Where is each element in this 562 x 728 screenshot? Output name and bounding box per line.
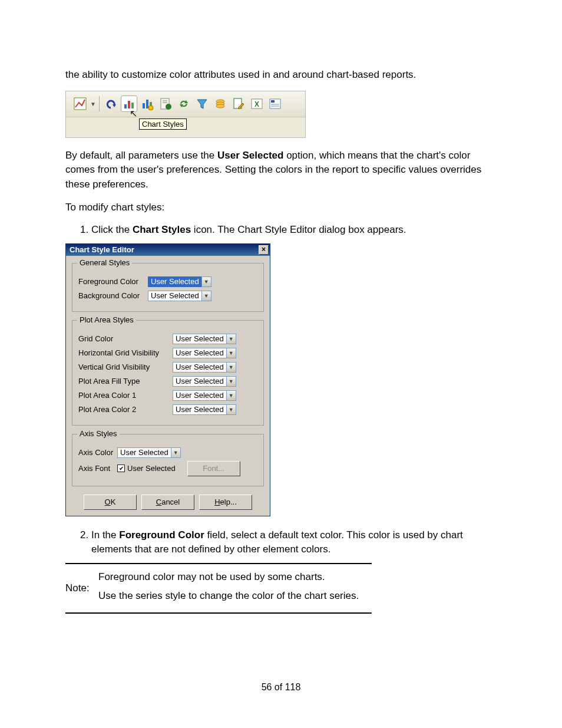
toolbar-screenshot: ▼ — [65, 91, 306, 138]
group-legend: General Styles — [77, 258, 132, 267]
step-2: In the Foreground Color field, select a … — [91, 528, 500, 557]
chevron-down-icon[interactable]: ▼ — [201, 291, 211, 301]
cancel-button[interactable]: Cancel — [141, 495, 194, 510]
svg-rect-6 — [146, 100, 148, 108]
label: Background Color — [78, 291, 148, 300]
vertical-grid-combo[interactable]: User Selected▼ — [173, 361, 236, 373]
combo-value: User Selected — [173, 348, 226, 358]
combo-value: User Selected — [148, 276, 201, 287]
label: Grid Color — [78, 334, 173, 343]
help-button[interactable]: Help... — [199, 495, 252, 510]
report-options-icon — [157, 95, 174, 112]
dialog-title: Chart Style Editor — [70, 245, 259, 254]
dialog-button-row: OK Cancel Help... — [72, 495, 264, 510]
close-icon[interactable]: × — [259, 245, 269, 255]
chevron-down-icon[interactable]: ▼ — [226, 376, 236, 387]
group-plot-area-styles: Plot Area Styles Grid Color User Selecte… — [72, 320, 264, 426]
group-axis-styles: Axis Styles Axis Color User Selected▼ Ax… — [72, 434, 264, 486]
dialog-titlebar: Chart Style Editor × — [66, 244, 270, 256]
text: icon. The Chart Style Editor dialog box … — [191, 224, 406, 235]
foreground-color-combo[interactable]: User Selected ▼ — [148, 276, 211, 288]
group-legend: Axis Styles — [77, 429, 120, 438]
ok-button[interactable]: OK — [84, 495, 137, 510]
note-block: Note: Foreground color may not be used b… — [65, 563, 372, 614]
text: Click the — [91, 224, 133, 235]
plot-color-1-combo[interactable]: User Selected▼ — [173, 390, 236, 401]
horizontal-grid-combo[interactable]: User Selected▼ — [173, 347, 236, 359]
label: Axis Font — [78, 464, 117, 473]
chevron-down-icon[interactable]: ▼ — [226, 404, 236, 415]
row-horizontal-grid: Horizontal Grid Visibility User Selected… — [78, 347, 257, 359]
svg-point-12 — [166, 104, 171, 110]
axis-font-checkbox[interactable]: ✔ — [117, 465, 125, 472]
undo-icon — [103, 95, 119, 112]
row-vertical-grid: Vertical Grid Visibility User Selected▼ — [78, 361, 257, 373]
plot-color-2-combo[interactable]: User Selected▼ — [173, 404, 236, 416]
chevron-down-icon[interactable]: ▼ — [226, 334, 236, 344]
label: Plot Area Color 1 — [78, 391, 173, 400]
combo-value: User Selected — [173, 390, 226, 401]
row-plot-color-1: Plot Area Color 1 User Selected▼ — [78, 390, 257, 401]
font-button[interactable]: Font... — [187, 461, 240, 476]
svg-point-18 — [216, 104, 224, 108]
text: By default, all parameters use the — [65, 150, 217, 161]
svg-rect-4 — [131, 103, 134, 108]
label: Plot Area Fill Type — [78, 377, 173, 386]
edit-page-icon — [230, 95, 247, 112]
label: Axis Color — [78, 448, 117, 457]
chart-style-editor-dialog: Chart Style Editor × General Styles Fore… — [65, 243, 270, 516]
svg-rect-3 — [128, 101, 130, 108]
text-bold: User Selected — [217, 150, 283, 161]
row-axis-color: Axis Color User Selected▼ — [78, 447, 257, 459]
note-line-1: Foreground color may not be used by some… — [98, 570, 359, 584]
text: In the — [91, 529, 119, 541]
note-label: Note: — [65, 569, 98, 608]
export-excel-icon: X — [249, 95, 265, 112]
paragraph-3: To modify chart styles: — [65, 200, 500, 215]
series-style-icon — [139, 95, 156, 112]
label: Plot Area Color 2 — [78, 405, 173, 414]
tooltip: Chart Styles — [139, 118, 187, 130]
row-plot-color-2: Plot Area Color 2 User Selected▼ — [78, 404, 257, 416]
axis-color-combo[interactable]: User Selected▼ — [117, 447, 181, 459]
grid-color-combo[interactable]: User Selected▼ — [173, 333, 236, 345]
svg-marker-1 — [113, 104, 116, 107]
step-1: Click the Chart Styles icon. The Chart S… — [91, 223, 500, 238]
chart-type-icon — [72, 95, 88, 112]
row-plot-fill-type: Plot Area Fill Type User Selected▼ — [78, 375, 257, 387]
text-bold: Foreground Color — [119, 529, 204, 541]
svg-rect-2 — [124, 104, 127, 108]
combo-value: User Selected — [173, 376, 226, 387]
combo-value: User Selected — [173, 334, 226, 344]
svg-marker-15 — [197, 100, 207, 108]
view-list-icon — [267, 95, 283, 112]
chevron-down-icon[interactable]: ▼ — [226, 390, 236, 401]
chevron-down-icon[interactable]: ▼ — [226, 348, 236, 358]
combo-value: User Selected — [117, 447, 171, 458]
label: Vertical Grid Visibility — [78, 363, 173, 371]
refresh-icon — [176, 95, 192, 112]
chart-type-dropdown-icon: ▼ — [90, 96, 96, 111]
coin-stack-icon — [212, 95, 229, 112]
note-line-2: Use the series style to change the color… — [98, 589, 359, 603]
row-grid-color: Grid Color User Selected▼ — [78, 333, 257, 345]
intro-paragraph: the ability to customize color attribute… — [65, 68, 500, 83]
chevron-down-icon[interactable]: ▼ — [226, 362, 236, 373]
row-background-color: Background Color User Selected ▼ — [78, 290, 257, 302]
svg-point-8 — [148, 106, 153, 110]
separator — [99, 96, 100, 111]
page-footer: 56 of 118 — [0, 682, 562, 693]
svg-text:X: X — [254, 100, 259, 108]
combo-value: User Selected — [173, 404, 226, 415]
combo-value: User Selected — [148, 291, 201, 301]
label: Horizontal Grid Visibility — [78, 348, 173, 357]
chevron-down-icon[interactable]: ▼ — [171, 447, 181, 458]
chevron-down-icon[interactable]: ▼ — [201, 276, 211, 287]
chart-styles-icon — [121, 95, 137, 112]
paragraph-2: By default, all parameters use the User … — [65, 149, 500, 192]
filter-icon — [194, 95, 210, 112]
plot-fill-type-combo[interactable]: User Selected▼ — [173, 375, 236, 387]
background-color-combo[interactable]: User Selected ▼ — [148, 290, 211, 302]
note-body: Foreground color may not be used by some… — [98, 569, 359, 608]
group-legend: Plot Area Styles — [77, 315, 136, 324]
